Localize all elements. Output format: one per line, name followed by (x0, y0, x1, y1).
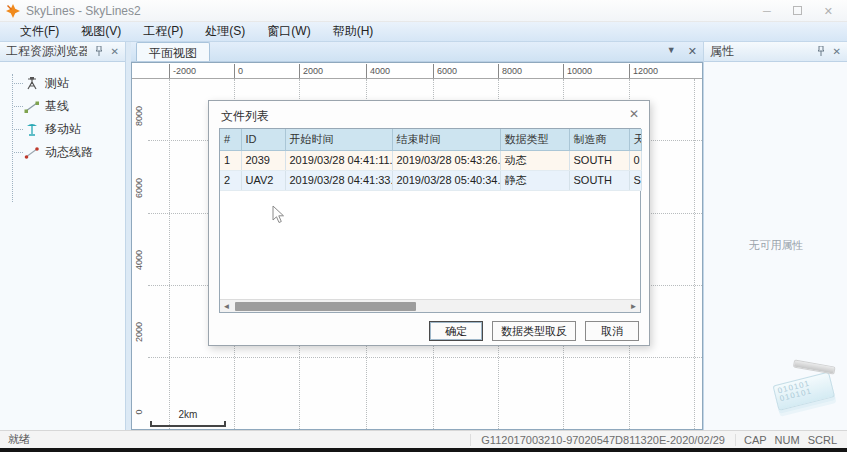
mouse-cursor (272, 205, 285, 224)
tree-item-label: 测站 (45, 75, 69, 92)
tree-item-baseline[interactable]: 基线 (14, 95, 125, 118)
dynamic-route-icon (24, 145, 40, 160)
minimize-button[interactable]: ─ (763, 4, 771, 18)
num-lock-indicator: NUM (775, 434, 800, 446)
col-id[interactable]: ID (241, 129, 285, 150)
window-title: SkyLines - SkyLines2 (26, 4, 763, 18)
menu-help[interactable]: 帮助(H) (323, 21, 384, 42)
pin-icon[interactable] (95, 46, 103, 58)
col-start[interactable]: 开始时间 (285, 129, 392, 150)
scale-bar: 2km (150, 409, 226, 427)
tab-strip: 平面视图 ▼ ✕ (131, 42, 703, 62)
maximize-button[interactable] (793, 4, 802, 18)
ruler-tick: 4000 (134, 245, 144, 275)
col-antenna[interactable]: 天 (629, 129, 641, 150)
keyboard-toggles: CAP NUM SCRL (735, 434, 847, 446)
ruler-tick: 4000 (366, 64, 390, 78)
table-row[interactable]: 1 2039 2019/03/28 04:41:11.000 2019/03/2… (220, 150, 641, 170)
menu-bar: 文件(F) 视图(V) 工程(P) 处理(S) 窗口(W) 帮助(H) (0, 22, 847, 42)
status-ready-text: 就绪 (0, 432, 470, 447)
close-icon[interactable]: ✕ (833, 47, 841, 57)
menu-view[interactable]: 视图(V) (71, 21, 131, 42)
scroll-left-icon[interactable]: ◄ (220, 300, 233, 313)
tree-item-rover[interactable]: 移动站 (14, 118, 125, 141)
gridline (694, 79, 695, 429)
file-table: # ID 开始时间 结束时间 数据类型 制造商 天 1 2039 2019/03… (220, 129, 642, 191)
scale-label: 2km (179, 409, 198, 420)
tree-item-dynamic-route[interactable]: 动态线路 (14, 141, 125, 164)
ruler-tick: 0 (134, 397, 144, 427)
col-end[interactable]: 结束时间 (392, 129, 500, 150)
maximize-icon (793, 6, 802, 15)
gridline (169, 79, 170, 429)
menu-project[interactable]: 工程(P) (133, 21, 193, 42)
properties-header: 属性 ✕ (704, 42, 847, 62)
tree-item-label: 动态线路 (45, 144, 93, 161)
status-bar: 就绪 G112017003210-97020547D811320E-2020/0… (0, 430, 847, 448)
properties-panel: 属性 ✕ 无可用属性 010101010101 (703, 42, 847, 430)
close-button[interactable]: ✕ (824, 4, 833, 18)
ruler-tick: 2000 (134, 317, 144, 347)
title-bar: SkyLines - SkyLines2 ─ ✕ (0, 0, 847, 22)
pin-icon[interactable] (817, 46, 825, 58)
ruler-tick: 8000 (134, 101, 144, 131)
ruler-tick: 0 (234, 64, 243, 78)
ruler-tick: -2000 (169, 64, 196, 78)
application-window: SkyLines - SkyLines2 ─ ✕ 文件(F) 视图(V) 工程(… (0, 0, 847, 452)
table-row[interactable]: 2 UAV2 2019/03/28 04:41:33.200 2019/03/2… (220, 170, 641, 190)
tree-item-label: 移动站 (45, 121, 81, 138)
horizontal-ruler: -2000 0 2000 4000 6000 8000 10000 12000 (132, 63, 703, 79)
scrollbar-thumb[interactable] (235, 302, 416, 311)
tree-connector (12, 74, 13, 202)
table-header-row: # ID 开始时间 结束时间 数据类型 制造商 天 (220, 129, 641, 150)
tree-item-label: 基线 (45, 98, 69, 115)
tab-close-icon[interactable]: ✕ (688, 45, 697, 58)
ruler-tick: 12000 (629, 64, 658, 78)
bottom-edge-bar (0, 448, 847, 452)
ruler-tick: 2000 (299, 64, 323, 78)
ruler-tick: 6000 (134, 173, 144, 203)
col-type[interactable]: 数据类型 (500, 129, 569, 150)
horizontal-scrollbar[interactable]: ◄ ► (220, 299, 640, 312)
resource-tree: 测站 基线 移动站 (0, 62, 125, 164)
dialog-title: 文件列表 (221, 108, 269, 125)
menu-process[interactable]: 处理(S) (195, 21, 255, 42)
ruler-tick: 10000 (563, 64, 592, 78)
license-serial-text: G112017003210-97020547D811320E-2020/02/2… (470, 434, 735, 446)
cancel-button[interactable]: 取消 (585, 321, 639, 341)
invert-data-type-button[interactable]: 数据类型取反 (492, 321, 576, 341)
col-index[interactable]: # (220, 129, 241, 150)
watermark-pen-icon (793, 359, 836, 374)
scroll-lock-indicator: SCRL (808, 434, 837, 446)
caps-lock-indicator: CAP (744, 434, 767, 446)
menu-window[interactable]: 窗口(W) (257, 21, 320, 42)
col-vendor[interactable]: 制造商 (569, 129, 629, 150)
scroll-right-icon[interactable]: ► (627, 300, 640, 313)
project-explorer-panel: 工程资源浏览器 ✕ 测站 (0, 42, 126, 430)
tab-list-dropdown-icon[interactable]: ▼ (667, 45, 676, 58)
menu-file[interactable]: 文件(F) (10, 21, 69, 42)
no-properties-text: 无可用属性 (704, 238, 847, 253)
gridline (148, 357, 702, 358)
tripod-station-icon (24, 76, 40, 91)
tab-plan-view[interactable]: 平面视图 (136, 42, 210, 61)
close-icon[interactable]: ✕ (111, 47, 119, 57)
scale-bar-line (150, 421, 226, 427)
project-explorer-title: 工程资源浏览器 (6, 43, 87, 60)
watermark-logo: 010101010101 (764, 360, 845, 424)
rover-station-icon (24, 122, 40, 137)
dialog-close-icon[interactable]: ✕ (629, 107, 639, 121)
tree-item-station[interactable]: 测站 (14, 72, 125, 95)
baseline-icon (24, 99, 40, 114)
ruler-tick: 8000 (498, 64, 522, 78)
project-explorer-header: 工程资源浏览器 ✕ (0, 42, 125, 62)
properties-title: 属性 (710, 43, 809, 60)
scrollbar-track[interactable] (233, 300, 627, 313)
ok-button[interactable]: 确定 (429, 321, 483, 341)
ruler-tick: 6000 (433, 64, 457, 78)
app-logo-icon (6, 4, 20, 18)
